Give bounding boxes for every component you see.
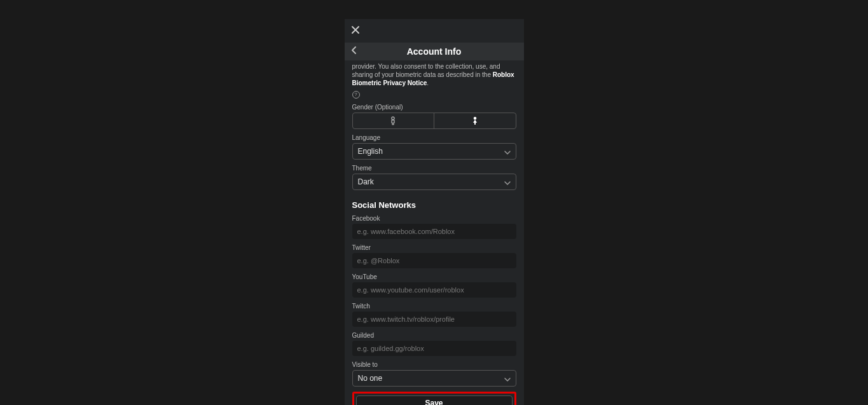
consent-text: provider. You also consent to the collec…: [352, 62, 516, 87]
language-value: English: [358, 147, 383, 156]
female-icon: [472, 116, 478, 125]
youtube-label: YouTube: [352, 273, 516, 280]
svg-point-0: [392, 117, 394, 120]
theme-label: Theme: [352, 165, 516, 172]
visible-to-select[interactable]: No one: [352, 370, 516, 387]
svg-point-1: [473, 117, 476, 120]
gender-female-button[interactable]: [434, 113, 516, 128]
guilded-input[interactable]: [352, 341, 516, 356]
twitter-label: Twitter: [352, 244, 516, 251]
chevron-down-icon: [504, 176, 511, 188]
language-label: Language: [352, 134, 516, 141]
save-button[interactable]: Save: [356, 395, 513, 405]
visible-to-value: No one: [358, 374, 383, 383]
modal-header: Account Info: [345, 43, 524, 60]
twitch-label: Twitch: [352, 303, 516, 310]
gender-label: Gender (Optional): [352, 104, 516, 111]
modal-topbar: [345, 19, 524, 43]
consent-period: .: [427, 79, 429, 86]
save-highlight: Save: [352, 392, 516, 405]
chevron-down-icon: [504, 146, 511, 157]
facebook-label: Facebook: [352, 215, 516, 222]
gender-male-button[interactable]: [353, 113, 435, 128]
back-icon[interactable]: [351, 46, 357, 57]
facebook-input[interactable]: [352, 224, 516, 239]
twitch-input[interactable]: [352, 312, 516, 327]
guilded-label: Guilded: [352, 332, 516, 339]
chevron-down-icon: [504, 373, 511, 384]
youtube-input[interactable]: [352, 282, 516, 298]
modal-content: provider. You also consent to the collec…: [345, 60, 524, 405]
gender-selector: [352, 113, 516, 129]
close-icon[interactable]: [351, 25, 360, 37]
consent-text-part: provider. You also consent to the collec…: [352, 63, 500, 78]
male-icon: [390, 116, 396, 125]
page-title: Account Info: [407, 46, 462, 57]
theme-select[interactable]: Dark: [352, 174, 516, 190]
social-networks-title: Social Networks: [352, 200, 516, 210]
account-info-modal: Account Info provider. You also consent …: [345, 19, 524, 405]
help-icon[interactable]: ?: [352, 91, 360, 99]
theme-value: Dark: [358, 177, 374, 186]
language-select[interactable]: English: [352, 143, 516, 160]
visible-to-label: Visible to: [352, 361, 516, 368]
twitter-input[interactable]: [352, 253, 516, 268]
